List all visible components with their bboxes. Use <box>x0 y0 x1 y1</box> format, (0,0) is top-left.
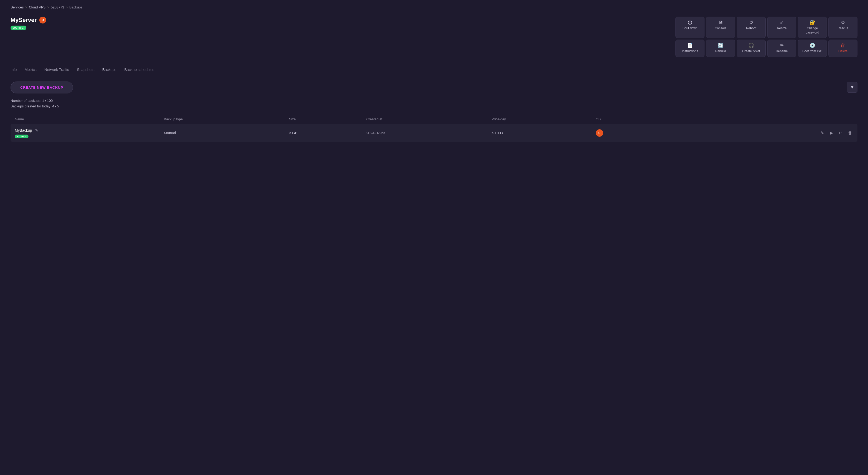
rename-label: Rename <box>776 49 787 54</box>
instructions-label: Instructions <box>682 49 698 54</box>
navigation-tabs: Info Metrics Network Traffic Snapshots B… <box>10 65 858 75</box>
password-icon: 🔐 <box>809 20 815 25</box>
trash-icon: 🗑 <box>848 130 852 136</box>
col-os: OS <box>592 115 664 124</box>
pencil-icon: ✎ <box>35 128 38 132</box>
server-name-row: MyServer U <box>10 17 46 24</box>
backup-count: Number of backups: 1 / 100 <box>10 99 858 103</box>
filter-icon: ▼ <box>850 85 854 90</box>
rename-button[interactable]: ✏ Rename <box>767 39 796 57</box>
col-size: Size <box>285 115 362 124</box>
col-name: Name <box>10 115 160 124</box>
backup-created-cell: 2024-07-23 <box>362 124 488 142</box>
resize-icon: ⤢ <box>780 20 784 25</box>
tab-network-traffic[interactable]: Network Traffic <box>44 65 69 75</box>
backups-content: CREATE NEW BACKUP ▼ Number of backups: 1… <box>10 82 858 147</box>
ticket-icon: 🎧 <box>748 43 754 48</box>
instructions-button[interactable]: 📄 Instructions <box>676 39 705 57</box>
server-name: MyServer <box>10 17 37 24</box>
backup-size: 3 GB <box>289 131 298 135</box>
delete-icon: 🗑 <box>841 43 845 48</box>
backup-delete-button[interactable]: 🗑 <box>847 129 853 137</box>
breadcrumb-server-id[interactable]: 5203773 <box>51 5 64 9</box>
create-ticket-label: Create ticket <box>742 49 760 54</box>
backup-status-badge: ACTIVE <box>15 135 29 138</box>
server-header: MyServer U ACTIVE ⏻ Shut down 🖥 Console … <box>10 17 858 57</box>
edit-backup-name-button[interactable]: ✎ <box>35 128 39 133</box>
tab-metrics[interactable]: Metrics <box>25 65 36 75</box>
server-status-badge: ACTIVE <box>10 26 26 30</box>
boot-from-iso-label: Boot from ISO <box>802 49 823 54</box>
backup-actions-cell: ✎ ▶ ↩ 🗑 <box>664 124 858 142</box>
console-label: Console <box>715 26 726 31</box>
backup-row-actions: ✎ ▶ ↩ 🗑 <box>668 129 853 137</box>
action-buttons-grid: ⏻ Shut down 🖥 Console ↺ Reboot ⤢ Resize … <box>676 17 858 57</box>
rebuild-label: Rebuild <box>715 49 726 54</box>
play-icon: ▶ <box>830 130 833 136</box>
backup-statistics: Number of backups: 1 / 100 Backups creat… <box>10 99 858 108</box>
backup-rollback-button[interactable]: ↩ <box>838 129 843 137</box>
rescue-button[interactable]: ⚙ Rescue <box>829 17 858 38</box>
resize-label: Resize <box>777 26 787 31</box>
rebuild-icon: 🔄 <box>718 43 723 48</box>
console-icon: 🖥 <box>718 20 723 25</box>
server-title-block: MyServer U ACTIVE <box>10 17 46 30</box>
backup-size-cell: 3 GB <box>285 124 362 142</box>
breadcrumb-cloud-vps[interactable]: Cloud VPS <box>29 5 45 9</box>
backup-name: MyBackup <box>15 128 32 132</box>
backup-price: €0.003 <box>492 131 503 135</box>
col-backup-type: Backup type <box>160 115 285 124</box>
rescue-label: Rescue <box>838 26 848 31</box>
breadcrumb-current: Backups <box>69 5 83 9</box>
col-actions <box>664 115 858 124</box>
backup-name-cell: MyBackup ✎ ACTIVE <box>10 124 160 142</box>
console-button[interactable]: 🖥 Console <box>706 17 735 38</box>
change-password-button[interactable]: 🔐 Change password <box>798 17 827 38</box>
backup-os-icon: U <box>596 129 603 137</box>
backup-edit-button[interactable]: ✎ <box>819 129 825 137</box>
backup-created-at: 2024-07-23 <box>366 131 385 135</box>
tab-backups[interactable]: Backups <box>102 65 117 75</box>
create-ticket-button[interactable]: 🎧 Create ticket <box>737 39 766 57</box>
col-price-day: Price/day <box>488 115 592 124</box>
shut-down-button[interactable]: ⏻ Shut down <box>676 17 705 38</box>
rebuild-button[interactable]: 🔄 Rebuild <box>706 39 735 57</box>
col-created-at: Created at <box>362 115 488 124</box>
change-password-label: Change password <box>800 26 825 35</box>
tab-backup-schedules[interactable]: Backup schedules <box>124 65 154 75</box>
iso-icon: 💿 <box>809 43 815 48</box>
breadcrumb-sep-2: > <box>47 5 49 9</box>
server-os-icon: U <box>39 17 46 24</box>
edit-icon: ✎ <box>820 130 824 136</box>
breadcrumb-sep-3: > <box>66 5 68 9</box>
rescue-icon: ⚙ <box>841 20 845 25</box>
breadcrumb: Services > Cloud VPS > 5203773 > Backups <box>10 5 858 9</box>
resize-button[interactable]: ⤢ Resize <box>767 17 796 38</box>
power-icon: ⏻ <box>688 20 692 25</box>
rename-icon: ✏ <box>780 43 784 48</box>
create-new-backup-button[interactable]: CREATE NEW BACKUP <box>10 82 73 93</box>
breadcrumb-sep-1: > <box>25 5 27 9</box>
filter-button[interactable]: ▼ <box>847 82 858 93</box>
boot-from-iso-button[interactable]: 💿 Boot from ISO <box>798 39 827 57</box>
create-backup-row: CREATE NEW BACKUP ▼ <box>10 82 858 93</box>
tab-snapshots[interactable]: Snapshots <box>77 65 94 75</box>
backups-table: Name Backup type Size Created at Price/d… <box>10 115 858 142</box>
backup-today: Backups created for today: 4 / 5 <box>10 104 858 108</box>
shut-down-label: Shut down <box>683 26 698 31</box>
backup-type: Manual <box>164 131 176 135</box>
reboot-label: Reboot <box>746 26 756 31</box>
backup-os-cell: U <box>592 124 664 142</box>
table-row: MyBackup ✎ ACTIVE Manual 3 GB 2024 <box>10 124 858 142</box>
backup-restore-button[interactable]: ▶ <box>829 129 834 137</box>
reboot-icon: ↺ <box>749 20 753 25</box>
backup-type-cell: Manual <box>160 124 285 142</box>
delete-button[interactable]: 🗑 Delete <box>829 39 858 57</box>
backup-price-cell: €0.003 <box>488 124 592 142</box>
breadcrumb-services[interactable]: Services <box>10 5 24 9</box>
instructions-icon: 📄 <box>687 43 693 48</box>
delete-label: Delete <box>838 49 848 54</box>
reboot-button[interactable]: ↺ Reboot <box>737 17 766 38</box>
tab-info[interactable]: Info <box>10 65 17 75</box>
rollback-icon: ↩ <box>839 130 842 136</box>
